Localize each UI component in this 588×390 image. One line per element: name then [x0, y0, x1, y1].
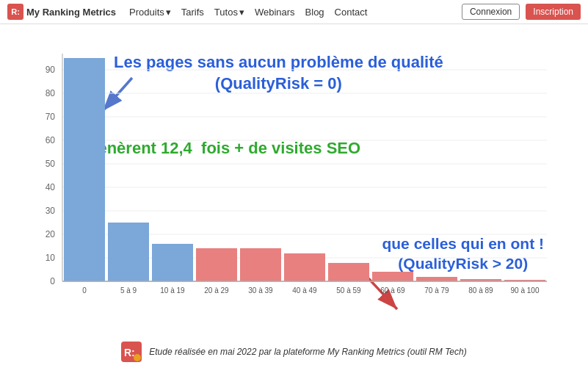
svg-text:60 à 69: 60 à 69: [380, 286, 405, 295]
svg-rect-39: [372, 272, 413, 281]
nav-contact[interactable]: Contact: [335, 7, 368, 18]
svg-text:90 à 100: 90 à 100: [511, 286, 540, 295]
svg-rect-27: [108, 223, 149, 281]
chart-footer: R: Etude réalisée en mai 2022 par la pla…: [0, 342, 588, 362]
svg-text:30: 30: [46, 206, 56, 216]
svg-text:5 à 9: 5 à 9: [120, 286, 137, 295]
nav-buttons: Connexion Inscription: [462, 4, 581, 20]
svg-text:90: 90: [46, 65, 56, 75]
chevron-down-icon: ▾: [166, 7, 171, 18]
svg-rect-29: [152, 244, 193, 281]
svg-text:0: 0: [82, 286, 87, 295]
nav-produits[interactable]: Produits ▾: [129, 7, 171, 18]
svg-text:30 à 39: 30 à 39: [248, 286, 273, 295]
nav-tarifs[interactable]: Tarifs: [181, 7, 204, 18]
svg-point-50: [134, 354, 141, 361]
svg-rect-25: [64, 58, 105, 281]
svg-text:50 à 59: 50 à 59: [336, 286, 361, 295]
svg-text:20 à 29: 20 à 29: [204, 286, 229, 295]
site-name: My Ranking Metrics: [26, 7, 116, 18]
inscription-button[interactable]: Inscription: [526, 4, 581, 20]
footer-text: Etude réalisée en mai 2022 par la platef…: [149, 347, 466, 357]
svg-text:70 à 79: 70 à 79: [424, 286, 449, 295]
svg-text:60: 60: [46, 135, 56, 145]
nav-blog[interactable]: Blog: [305, 7, 324, 18]
svg-text:40 à 49: 40 à 49: [292, 286, 317, 295]
svg-text:70: 70: [46, 112, 56, 122]
svg-text:20: 20: [46, 229, 56, 239]
logo-icon: R:: [7, 4, 23, 20]
footer-logo-icon: R:: [121, 342, 142, 362]
chevron-down-icon: ▾: [239, 7, 244, 18]
svg-rect-37: [328, 263, 369, 281]
navigation: R: My Ranking Metrics Produits ▾ Tarifs …: [0, 0, 588, 24]
svg-text:10: 10: [46, 253, 56, 263]
nav-links: Produits ▾ Tarifs Tutos ▾ Webinars Blog …: [129, 7, 449, 18]
svg-rect-35: [284, 253, 325, 281]
svg-text:10 à 19: 10 à 19: [160, 286, 185, 295]
svg-text:50: 50: [46, 159, 56, 169]
nav-webinars[interactable]: Webinars: [255, 7, 295, 18]
svg-text:40: 40: [46, 182, 56, 192]
svg-rect-41: [416, 277, 457, 281]
svg-rect-31: [196, 248, 237, 281]
svg-text:R:: R:: [124, 347, 135, 358]
svg-text:80 à 89: 80 à 89: [468, 286, 493, 295]
svg-text:80: 80: [46, 88, 56, 98]
logo[interactable]: R: My Ranking Metrics: [7, 4, 116, 20]
svg-text:0: 0: [50, 276, 55, 286]
nav-tutos[interactable]: Tutos ▾: [214, 7, 244, 18]
svg-rect-33: [240, 248, 281, 281]
chart-container: Les pages sans aucun problème de qualité…: [0, 24, 588, 366]
connexion-button[interactable]: Connexion: [462, 4, 520, 20]
bar-chart: 0 10 20 30 40 50 60 70 80 90 0 5 à 9 10 …: [33, 46, 562, 325]
